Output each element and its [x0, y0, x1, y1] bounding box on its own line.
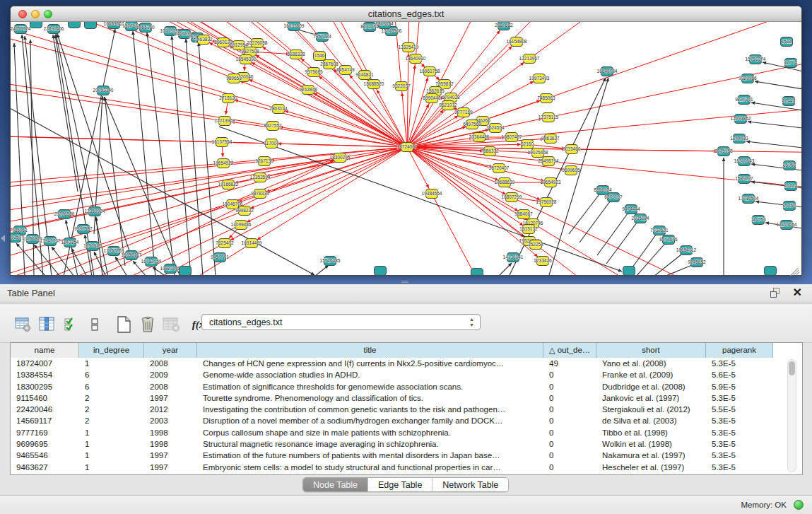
graph-node[interactable]: 9463627	[541, 134, 560, 144]
graph-node[interactable]: 12441	[782, 97, 795, 106]
cell-out_de[interactable]: 0	[543, 392, 596, 404]
cell-in_degree[interactable]: 1	[79, 462, 144, 473]
table-row[interactable]: 911546021997Tourette syndrome. Phenomeno…	[11, 392, 802, 404]
graph-node[interactable]: 20053340	[93, 86, 114, 95]
column-header-pagerank[interactable]: pagerank	[706, 343, 773, 358]
cell-title[interactable]: Disruption of a novel member of a sodium…	[197, 415, 543, 426]
scrollbar-thumb[interactable]	[789, 361, 795, 375]
cell-short[interactable]: Yano et al. (2008)	[596, 358, 706, 369]
column-header-name[interactable]: name	[11, 343, 79, 358]
graph-node[interactable]: 19654923	[541, 178, 561, 187]
graph-node[interactable]: 19756928	[536, 198, 557, 207]
cell-name[interactable]: 18300295	[11, 381, 79, 392]
graph-node[interactable]: 7357224	[313, 33, 331, 42]
graph-node[interactable]: 10025468	[528, 148, 548, 158]
table-row[interactable]: 946362711997Embryonic stem cells: a mode…	[11, 462, 802, 473]
cell-in_degree[interactable]: 2	[79, 415, 144, 426]
cell-name[interactable]: 9465546	[11, 450, 79, 461]
cell-name[interactable]: 18724007	[11, 358, 79, 369]
cell-title[interactable]: Corpus callosum shape and size in male p…	[197, 427, 543, 438]
cell-short[interactable]: Tibbo et al. (1998)	[596, 427, 706, 438]
cell-year[interactable]: 1997	[144, 450, 197, 461]
cell-out_de[interactable]: 0	[543, 404, 596, 415]
cell-short[interactable]: Wolkin et al. (1998)	[596, 438, 706, 450]
graph-node[interactable]: 16154808	[507, 37, 527, 47]
table-selector-dropdown[interactable]: citations_edges.txt ▲▼	[201, 314, 481, 330]
graph-node[interactable]: 12353594	[250, 173, 271, 182]
cell-out_de[interactable]: 0	[543, 369, 596, 380]
graph-node[interactable]: 6497568	[463, 120, 481, 129]
cell-year[interactable]: 2008	[144, 358, 197, 369]
cell-short[interactable]: Stergiakouli et al. (2012)	[596, 404, 706, 415]
cell-short[interactable]: Dudbridge et al. (2008)	[596, 381, 706, 392]
column-visibility-button[interactable]	[38, 315, 57, 334]
table-row[interactable]: 969969511998Structural magnetic resonanc…	[11, 438, 802, 450]
graph-node[interactable]: 9457771	[211, 253, 229, 262]
graph-node[interactable]	[30, 22, 42, 28]
cell-year[interactable]: 1997	[144, 392, 197, 404]
network-view-canvas[interactable]: 2405572422891406106532671527602646616010…	[11, 22, 801, 275]
cell-pagerank[interactable]: 5.3E-5	[706, 358, 773, 369]
graph-node[interactable]: 7625402	[216, 239, 234, 248]
graph-node[interactable]: 2718120	[219, 94, 237, 103]
graph-node[interactable]: 8471676	[659, 235, 678, 245]
cell-out_de[interactable]: 0	[543, 381, 596, 392]
graph-node[interactable]: 1244413	[730, 134, 748, 144]
graph-node[interactable]: 252254	[528, 240, 543, 250]
graph-node[interactable]: 9699695	[562, 166, 580, 175]
graph-node[interactable]: 10654112	[676, 246, 697, 255]
table-row[interactable]: 946554611997Estimation of the future num…	[11, 450, 802, 461]
graph-node[interactable]: 9227341	[735, 95, 753, 105]
graph-node[interactable]: 10688639	[495, 178, 515, 187]
graph-node[interactable]: 39159	[11, 233, 21, 243]
cell-in_degree[interactable]: 1	[79, 450, 144, 461]
graph-node[interactable]: 16033809	[284, 22, 305, 31]
cell-out_de[interactable]: 49	[543, 358, 596, 369]
graph-node[interactable]: 14454	[783, 201, 796, 211]
graph-node[interactable]: 13325419	[399, 43, 419, 52]
graph-node[interactable]: 1143154	[61, 238, 79, 247]
graph-node[interactable]: 1250515	[83, 242, 102, 251]
graph-node[interactable]: 10653267	[104, 22, 124, 29]
graph-node[interactable]: 10823448	[160, 264, 181, 274]
cell-pagerank[interactable]: 5.3E-5	[706, 415, 773, 426]
cell-title[interactable]: Investigating the contribution of common…	[197, 404, 543, 415]
cell-out_de[interactable]: 0	[543, 450, 596, 461]
graph-node[interactable]: 9375685	[305, 68, 323, 77]
graph-node[interactable]	[375, 267, 387, 276]
cell-short[interactable]: Franke et al. (2009)	[596, 369, 706, 380]
network-window-titlebar[interactable]: citations_edges.txt	[11, 6, 801, 22]
graph-node[interactable]: 12213969	[215, 117, 235, 126]
graph-node[interactable]: 116753	[751, 216, 766, 225]
graph-node[interactable]: 9998222	[235, 206, 254, 216]
delete-table-button[interactable]	[163, 315, 181, 334]
graph-node[interactable]: 28495794	[539, 157, 559, 166]
table-vertical-scrollbar[interactable]	[787, 359, 796, 472]
cell-year[interactable]: 2009	[144, 369, 197, 380]
graph-node[interactable]: 62160	[521, 140, 534, 149]
graph-node[interactable]: 16961758	[420, 67, 440, 76]
graph-node[interactable]: 9884067	[514, 210, 533, 219]
table-row[interactable]: 1872400712008Changes of HCN gene express…	[11, 358, 802, 369]
close-panel-icon[interactable]: ✕	[793, 286, 802, 299]
cell-title[interactable]: Estimation of significance thresholds fo…	[197, 381, 543, 392]
graph-node[interactable]: 1733426	[534, 257, 552, 266]
cell-name[interactable]: 22420046	[11, 404, 79, 415]
graph-node[interactable]	[85, 22, 97, 29]
cell-title[interactable]: Tourette syndrome. Phenomenology and cla…	[197, 392, 543, 404]
cell-name[interactable]: 14569117	[11, 415, 79, 426]
graph-node[interactable]: 9878334	[251, 189, 269, 199]
graph-node[interactable]: 1546	[314, 52, 326, 61]
float-panel-icon[interactable]	[770, 288, 781, 298]
cell-title[interactable]: Structural magnetic resonance image aver…	[197, 438, 543, 450]
graph-node[interactable]: 19654922	[213, 159, 234, 168]
cell-in_degree[interactable]: 1	[79, 358, 144, 369]
graph-node[interactable]: 9146821	[355, 71, 374, 80]
graph-node[interactable]: 2935114	[632, 214, 649, 223]
graph-node[interactable]: 23226058	[247, 39, 268, 48]
graph-node[interactable]: 8215958	[714, 147, 733, 156]
cell-in_degree[interactable]: 6	[79, 381, 144, 392]
cell-year[interactable]: 2012	[144, 404, 197, 415]
panel-collapse-arrow-icon[interactable]	[1, 235, 5, 242]
graph-node[interactable]: 117004	[264, 139, 279, 148]
